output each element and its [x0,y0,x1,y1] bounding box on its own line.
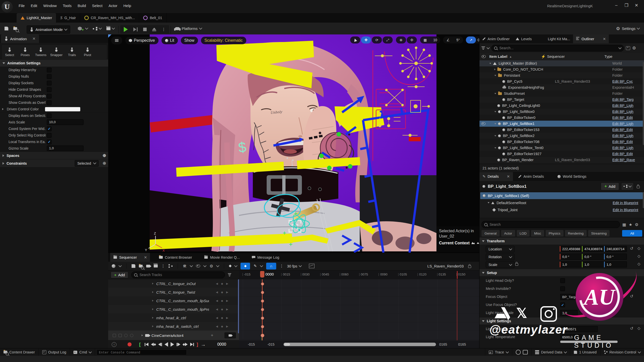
category-misc[interactable]: Misc [531,230,544,237]
value-input[interactable]: 6500,0 [560,334,582,340]
filter-icon[interactable] [481,47,485,50]
edit-blueprint-link[interactable]: Edit BP_Ligh [612,104,643,108]
curve-editor-icon[interactable] [309,264,314,268]
play-forward-button[interactable] [171,342,174,347]
trace-button[interactable]: Trace [485,348,512,356]
outliner-row[interactable]: BP_Cyc5LS_Raven_Render03Edit BP_Cyc [479,78,644,84]
to-front-button[interactable] [145,343,148,346]
camera-lock-button[interactable] [224,332,236,338]
auto-key-toggle[interactable] [240,263,250,269]
eject-button[interactable] [150,25,159,34]
working-range-end[interactable]: 0165 [458,342,466,346]
close-icon[interactable]: ✕ [507,174,510,178]
keyframe-icon[interactable]: ◇ [637,254,640,258]
expand-icon[interactable] [152,291,153,293]
tab-outliner[interactable]: Outliner✕ [573,34,609,43]
outliner-row[interactable]: LightKit_Master (Editor)World [479,60,644,66]
checkbox[interactable] [47,81,52,85]
browse-content-button[interactable] [11,23,20,34]
collapse-icon[interactable] [488,202,489,203]
step-back-button[interactable] [158,343,162,346]
tool-poses[interactable]: Poses [17,48,33,57]
chevron-down-icon[interactable] [190,264,193,267]
scale-tool-button[interactable]: ⤢ [383,36,393,43]
insights-buttons[interactable] [512,348,532,356]
add-actor-button[interactable]: + [75,23,90,34]
edit-blueprint-link[interactable]: Edit BP_Ligh [612,110,643,114]
edit-mode-pencil-icon[interactable]: ✎ [254,264,257,268]
chevron-down-icon[interactable] [260,264,263,267]
edit-blueprint-link[interactable]: Edit BP_Edit [612,152,643,156]
menu-edit[interactable]: Edit [28,2,40,9]
checkbox[interactable] [560,302,565,307]
solo-icon[interactable] [124,334,128,337]
set-end-bracket-button[interactable]: ] [196,342,198,347]
constraints-header[interactable]: Constraints Selected ⊕ [0,159,111,167]
add-component-button[interactable]: + Add [601,183,619,190]
setup-section-header[interactable]: Setup [479,269,644,277]
outliner-row[interactable]: BP_Light_SoftBox_Tent0Edit BP_Ligh [479,145,644,151]
set-start-bracket-button[interactable]: [ [139,342,141,347]
collapse-icon[interactable] [494,123,496,124]
value-input[interactable]: 10,0 [47,119,84,125]
console-command-input[interactable]: Enter Console Command [97,349,187,355]
tab-world-settings[interactable]: World Settings [554,172,589,181]
value-input[interactable]: 0,460571 [560,326,598,332]
pin-icon[interactable] [113,334,116,337]
outliner-row[interactable]: BP_EditorTicker1927Edit BP_Edit [479,151,644,157]
value-x[interactable]: 1,0 [560,261,583,267]
edit-blueprint-link[interactable]: Edit BP_Ligh [612,146,643,150]
keyframe-nav[interactable]: ◀◆▶ [216,325,228,328]
details-search-input[interactable]: Search [481,221,620,228]
value-x[interactable]: 222,459388 [560,246,583,252]
visibility-eye-icon[interactable] [481,122,486,125]
current-frame-display[interactable]: 0000 [217,342,226,347]
menu-select[interactable]: Select [89,2,106,9]
editor-mode-select[interactable]: Animation Mode [27,25,70,34]
outliner-row[interactable]: BP_EditorTicker153Edit BP_Edit [479,127,644,133]
derived-data-button[interactable]: Derived Data [532,348,571,356]
keyframe-dot[interactable] [261,325,264,328]
edit-in-blueprint-link[interactable]: Edit in Blueprint [613,208,638,212]
chevron-down-icon[interactable] [487,46,490,49]
edit-blueprint-link[interactable]: Edit BP_Cyc [612,79,643,83]
rotation-snap-value[interactable]: 5° [453,36,463,43]
tab-message-log[interactable]: Message Log [249,253,282,262]
revision-control-button[interactable]: Revision Control [600,348,644,356]
view-range-end[interactable]: 0165 [439,342,447,346]
rotation-snap-toggle[interactable]: ∠ [443,36,453,43]
category-rendering[interactable]: Rendering [565,230,587,237]
view-options-icon[interactable] [196,264,200,267]
blueprint-edit-button[interactable] [621,183,634,190]
skip-button[interactable] [131,25,140,34]
tab-sequencer[interactable]: Sequencer✕ [110,253,150,262]
outliner-row[interactable]: BP_Light_CeilingLight0Edit BP_Ligh [479,103,644,109]
add-track-button[interactable]: + Add [111,272,128,278]
keyframe-dot[interactable] [261,282,264,286]
stop-button[interactable] [141,25,149,34]
tool-tweens[interactable]: Tweens [33,48,49,57]
details-scrollbar[interactable] [643,192,644,208]
play-options-button[interactable]: ⋮ [159,25,168,34]
content-drawer-button[interactable]: Content Drawer [0,348,39,356]
platforms-button[interactable]: Platforms [172,23,204,34]
keyframe-dot[interactable] [261,316,264,320]
tab-anim-details[interactable]: Anim Details [515,172,547,181]
chevron-down-icon[interactable] [203,264,207,267]
edit-blueprint-link[interactable]: Edit BP_Rave [612,158,643,162]
outliner-row[interactable]: StudioPresetFolder [479,90,644,97]
outliner-row[interactable]: BP_Light_SoftBox1Edit BP_Ligh [479,121,644,127]
hierarchy-icon[interactable] [169,264,173,268]
checkbox[interactable] [47,87,52,92]
world-icon[interactable] [112,264,115,268]
value-z[interactable]: 240,830714 [604,246,627,252]
camera-track-row[interactable]: CineCameraActor4+ [108,331,239,340]
scale-select[interactable]: Scale [486,261,514,268]
value-z[interactable]: 1,0 [604,261,627,267]
camera-keyframe-dot[interactable] [261,334,264,337]
track-row[interactable]: CTRL_C_custom_mouth_lipPresse◀◆▶ [108,305,239,314]
edit-blueprint-link[interactable]: Edit BP_Targ [612,98,643,102]
value-input[interactable]: 1,0 [560,310,578,316]
checkbox[interactable] [47,68,52,72]
outliner-settings-button[interactable]: ⚙ [632,46,636,51]
